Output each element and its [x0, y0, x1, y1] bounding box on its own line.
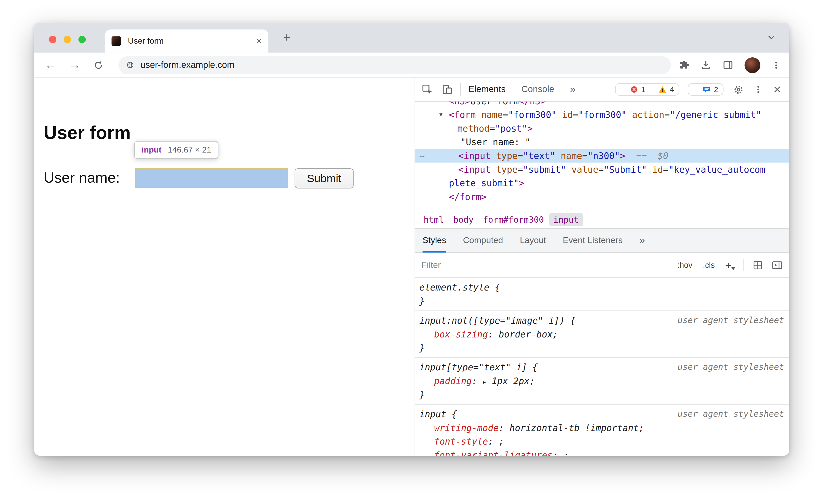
element-classes-button[interactable]: .cls — [703, 261, 715, 269]
site-info-globe-icon[interactable] — [126, 61, 135, 69]
devtools-toolbar: Elements Console » 1 4 — [415, 78, 789, 102]
devtools-toolbar-right: 1 4 2 — [615, 83, 782, 96]
new-tab-button[interactable]: + — [283, 30, 291, 45]
tab-close-icon[interactable]: ✕ — [256, 37, 262, 45]
device-toolbar-icon[interactable] — [441, 84, 453, 95]
warning-count: 4 — [670, 85, 674, 94]
dom-tree-line[interactable]: method="post"> — [415, 122, 789, 135]
style-rule: input[type="text" i] {user agent stylesh… — [415, 358, 789, 405]
extensions-puzzle-icon[interactable] — [678, 60, 689, 70]
dom-tree-line[interactable]: plete_submit"> — [415, 176, 789, 190]
styles-filter-bar: :hov .cls + — [415, 253, 789, 278]
tab-strip: User form ✕ + — [34, 23, 789, 53]
dom-tree-line[interactable]: <input type="submit" value="Submit" id="… — [415, 163, 789, 177]
breadcrumb-input[interactable]: input — [549, 213, 583, 226]
forward-icon[interactable]: → — [69, 59, 80, 71]
style-line[interactable]: box-sizing: border-box; — [419, 327, 785, 341]
stylesheet-origin-label: user agent stylesheet — [678, 361, 785, 374]
toolbar-divider — [460, 83, 461, 96]
tab-elements[interactable]: Elements — [468, 84, 505, 95]
inspect-element-icon[interactable] — [422, 84, 433, 95]
breadcrumb-html[interactable]: html — [419, 213, 448, 226]
browser-menu-kebab-icon[interactable] — [771, 60, 781, 70]
style-line[interactable]: element.style { — [419, 281, 785, 294]
dom-tree-line[interactable]: "User name: " — [415, 135, 789, 149]
browser-window: User form ✕ + ← → user-form.example.com — [34, 23, 789, 456]
style-line[interactable]: font-variant-ligatures: ; — [419, 448, 785, 456]
style-line[interactable]: } — [419, 341, 785, 355]
username-label: User name: — [43, 169, 120, 186]
tab-styles[interactable]: Styles — [423, 228, 446, 252]
issues-badge[interactable]: 2 — [688, 83, 723, 96]
toolbar-actions — [678, 57, 781, 73]
devtools-menu-kebab-icon[interactable] — [754, 85, 763, 94]
dom-tree-line-selected[interactable]: …<input type="text" name="n300"> == $0 — [415, 149, 789, 163]
toggle-computed-sidebar-icon[interactable] — [771, 260, 783, 270]
username-input[interactable] — [135, 168, 288, 188]
breadcrumb-body[interactable]: body — [449, 213, 478, 226]
browser-tab[interactable]: User form ✕ — [105, 29, 269, 53]
style-line[interactable]: input {user agent stylesheet — [419, 407, 785, 421]
warning-icon — [658, 85, 666, 94]
dom-tree: <h3>User form</h3>▼<form name="form300" … — [415, 102, 789, 210]
dom-tree-line[interactable]: <h3>User form</h3> — [415, 102, 789, 108]
filter-divider — [743, 259, 744, 271]
zoom-window-button[interactable] — [78, 36, 86, 43]
tab-title: User form — [128, 36, 256, 46]
console-errors-warnings-badge[interactable]: 1 4 — [615, 83, 679, 96]
browser-toolbar: ← → user-form.example.com — [34, 53, 789, 78]
devtools-close-icon[interactable] — [772, 85, 782, 94]
style-line[interactable]: input:not([type="image" i]) {user agent … — [419, 314, 785, 327]
close-window-button[interactable] — [49, 36, 57, 43]
page-title: User form — [43, 122, 130, 143]
style-line[interactable]: } — [419, 388, 785, 402]
reload-icon[interactable] — [93, 60, 104, 70]
side-panel-icon[interactable] — [722, 60, 733, 70]
dom-tree-line[interactable]: ▼<form name="form300" id="form300" actio… — [415, 108, 789, 122]
inspect-tooltip: input 146.67 × 21 — [134, 141, 219, 159]
tab-search-chevron-icon[interactable] — [766, 32, 777, 42]
style-rule: input {user agent stylesheetwriting-mode… — [415, 405, 789, 456]
window-content: User form input 146.67 × 21 User name: S… — [34, 78, 789, 456]
stylesheet-origin-label: user agent stylesheet — [678, 407, 785, 421]
web-page: User form input 146.67 × 21 User name: S… — [34, 78, 415, 456]
rendering-grid-icon[interactable] — [752, 260, 763, 270]
tab-console[interactable]: Console — [521, 84, 554, 95]
more-panels-chevron[interactable]: » — [570, 84, 576, 95]
tooltip-tag-name: input — [141, 145, 162, 155]
settings-gear-icon[interactable] — [733, 84, 744, 95]
breadcrumb-form[interactable]: form#form300 — [479, 213, 548, 226]
tab-computed[interactable]: Computed — [463, 228, 503, 252]
minimize-window-button[interactable] — [64, 36, 71, 43]
stylesheet-origin-label: user agent stylesheet — [678, 314, 785, 327]
tab-event-listeners[interactable]: Event Listeners — [563, 228, 623, 252]
more-sidebar-tabs-chevron[interactable]: » — [640, 235, 645, 246]
profile-avatar[interactable] — [744, 57, 760, 73]
error-icon — [630, 85, 638, 94]
tab-favicon — [111, 36, 121, 46]
download-icon[interactable] — [700, 60, 711, 70]
expand-arrow-icon[interactable]: ▼ — [439, 108, 442, 122]
tooltip-dimensions: 146.67 × 21 — [168, 145, 211, 155]
devtools-panel: Elements Console » 1 4 — [415, 78, 789, 456]
style-line[interactable]: } — [419, 294, 785, 308]
tab-layout[interactable]: Layout — [520, 228, 546, 252]
style-line[interactable]: padding: ▸ 1px 2px; — [419, 374, 785, 388]
submit-button[interactable]: Submit — [295, 168, 353, 188]
screen: User form ✕ + ← → user-form.example.com — [0, 0, 824, 504]
new-style-rule-button[interactable]: + — [725, 260, 735, 270]
dom-tree-line[interactable]: </form> — [415, 190, 789, 204]
url-text[interactable]: user-form.example.com — [140, 60, 234, 70]
style-line[interactable]: input[type="text" i] {user agent stylesh… — [419, 361, 785, 374]
window-controls — [49, 36, 86, 43]
address-bar[interactable]: user-form.example.com — [118, 56, 671, 74]
styles-sidebar-tabs: Styles Computed Layout Event Listeners » — [415, 229, 789, 253]
back-icon[interactable]: ← — [44, 59, 56, 71]
toggle-element-state-button[interactable]: :hov — [677, 261, 692, 269]
style-line[interactable]: writing-mode: horizontal-tb !important; — [419, 421, 785, 435]
issues-count: 2 — [714, 85, 718, 94]
style-line[interactable]: font-style: ; — [419, 435, 785, 448]
new-rule-caret-icon — [731, 267, 735, 270]
node-more-actions-icon[interactable]: … — [419, 147, 425, 161]
styles-filter-input[interactable] — [422, 260, 667, 270]
